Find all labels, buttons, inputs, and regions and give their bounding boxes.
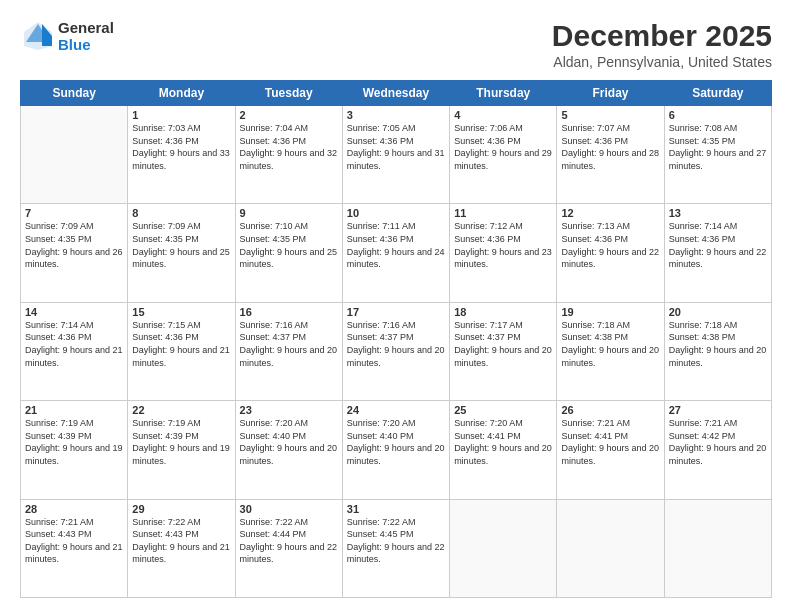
calendar-cell: 13Sunrise: 7:14 AMSunset: 4:36 PMDayligh… xyxy=(664,204,771,302)
logo: General Blue xyxy=(20,18,114,54)
day-number: 12 xyxy=(561,207,659,219)
day-info: Sunrise: 7:09 AMSunset: 4:35 PMDaylight:… xyxy=(132,220,230,270)
day-number: 5 xyxy=(561,109,659,121)
day-number: 8 xyxy=(132,207,230,219)
day-number: 28 xyxy=(25,503,123,515)
day-info: Sunrise: 7:04 AMSunset: 4:36 PMDaylight:… xyxy=(240,122,338,172)
day-info: Sunrise: 7:16 AMSunset: 4:37 PMDaylight:… xyxy=(347,319,445,369)
calendar-cell: 11Sunrise: 7:12 AMSunset: 4:36 PMDayligh… xyxy=(450,204,557,302)
day-info: Sunrise: 7:13 AMSunset: 4:36 PMDaylight:… xyxy=(561,220,659,270)
calendar-cell: 27Sunrise: 7:21 AMSunset: 4:42 PMDayligh… xyxy=(664,401,771,499)
logo-blue: Blue xyxy=(58,36,114,53)
calendar-cell: 3Sunrise: 7:05 AMSunset: 4:36 PMDaylight… xyxy=(342,106,449,204)
calendar-cell: 23Sunrise: 7:20 AMSunset: 4:40 PMDayligh… xyxy=(235,401,342,499)
calendar-cell: 2Sunrise: 7:04 AMSunset: 4:36 PMDaylight… xyxy=(235,106,342,204)
day-number: 29 xyxy=(132,503,230,515)
day-info: Sunrise: 7:22 AMSunset: 4:43 PMDaylight:… xyxy=(132,516,230,566)
day-number: 20 xyxy=(669,306,767,318)
calendar-cell: 12Sunrise: 7:13 AMSunset: 4:36 PMDayligh… xyxy=(557,204,664,302)
subtitle: Aldan, Pennsylvania, United States xyxy=(552,54,772,70)
page: General Blue December 2025 Aldan, Pennsy… xyxy=(0,0,792,612)
logo-text: General Blue xyxy=(58,19,114,53)
day-info: Sunrise: 7:18 AMSunset: 4:38 PMDaylight:… xyxy=(561,319,659,369)
day-info: Sunrise: 7:21 AMSunset: 4:43 PMDaylight:… xyxy=(25,516,123,566)
day-info: Sunrise: 7:16 AMSunset: 4:37 PMDaylight:… xyxy=(240,319,338,369)
day-info: Sunrise: 7:21 AMSunset: 4:41 PMDaylight:… xyxy=(561,417,659,467)
calendar-cell: 26Sunrise: 7:21 AMSunset: 4:41 PMDayligh… xyxy=(557,401,664,499)
calendar-cell: 7Sunrise: 7:09 AMSunset: 4:35 PMDaylight… xyxy=(21,204,128,302)
calendar-cell: 15Sunrise: 7:15 AMSunset: 4:36 PMDayligh… xyxy=(128,302,235,400)
day-number: 27 xyxy=(669,404,767,416)
day-number: 7 xyxy=(25,207,123,219)
calendar-cell: 24Sunrise: 7:20 AMSunset: 4:40 PMDayligh… xyxy=(342,401,449,499)
calendar-cell xyxy=(450,499,557,597)
calendar-header-wednesday: Wednesday xyxy=(342,81,449,106)
logo-general: General xyxy=(58,19,114,36)
calendar-cell: 20Sunrise: 7:18 AMSunset: 4:38 PMDayligh… xyxy=(664,302,771,400)
day-info: Sunrise: 7:18 AMSunset: 4:38 PMDaylight:… xyxy=(669,319,767,369)
day-number: 11 xyxy=(454,207,552,219)
day-info: Sunrise: 7:20 AMSunset: 4:40 PMDaylight:… xyxy=(240,417,338,467)
calendar-cell: 29Sunrise: 7:22 AMSunset: 4:43 PMDayligh… xyxy=(128,499,235,597)
calendar-header-tuesday: Tuesday xyxy=(235,81,342,106)
calendar-cell: 31Sunrise: 7:22 AMSunset: 4:45 PMDayligh… xyxy=(342,499,449,597)
day-number: 24 xyxy=(347,404,445,416)
calendar-header-row: SundayMondayTuesdayWednesdayThursdayFrid… xyxy=(21,81,772,106)
calendar-cell: 21Sunrise: 7:19 AMSunset: 4:39 PMDayligh… xyxy=(21,401,128,499)
day-number: 4 xyxy=(454,109,552,121)
calendar-cell: 14Sunrise: 7:14 AMSunset: 4:36 PMDayligh… xyxy=(21,302,128,400)
day-number: 17 xyxy=(347,306,445,318)
main-title: December 2025 xyxy=(552,18,772,54)
calendar-cell: 9Sunrise: 7:10 AMSunset: 4:35 PMDaylight… xyxy=(235,204,342,302)
day-number: 6 xyxy=(669,109,767,121)
calendar-cell xyxy=(664,499,771,597)
calendar-cell: 22Sunrise: 7:19 AMSunset: 4:39 PMDayligh… xyxy=(128,401,235,499)
calendar-week-0: 1Sunrise: 7:03 AMSunset: 4:36 PMDaylight… xyxy=(21,106,772,204)
day-info: Sunrise: 7:14 AMSunset: 4:36 PMDaylight:… xyxy=(669,220,767,270)
calendar-week-3: 21Sunrise: 7:19 AMSunset: 4:39 PMDayligh… xyxy=(21,401,772,499)
day-number: 14 xyxy=(25,306,123,318)
day-number: 10 xyxy=(347,207,445,219)
calendar-table: SundayMondayTuesdayWednesdayThursdayFrid… xyxy=(20,80,772,598)
day-info: Sunrise: 7:22 AMSunset: 4:44 PMDaylight:… xyxy=(240,516,338,566)
day-number: 18 xyxy=(454,306,552,318)
calendar-week-2: 14Sunrise: 7:14 AMSunset: 4:36 PMDayligh… xyxy=(21,302,772,400)
calendar-week-4: 28Sunrise: 7:21 AMSunset: 4:43 PMDayligh… xyxy=(21,499,772,597)
calendar-cell: 18Sunrise: 7:17 AMSunset: 4:37 PMDayligh… xyxy=(450,302,557,400)
day-number: 1 xyxy=(132,109,230,121)
day-number: 23 xyxy=(240,404,338,416)
day-number: 13 xyxy=(669,207,767,219)
day-number: 3 xyxy=(347,109,445,121)
day-info: Sunrise: 7:07 AMSunset: 4:36 PMDaylight:… xyxy=(561,122,659,172)
day-info: Sunrise: 7:20 AMSunset: 4:40 PMDaylight:… xyxy=(347,417,445,467)
calendar-cell: 4Sunrise: 7:06 AMSunset: 4:36 PMDaylight… xyxy=(450,106,557,204)
day-number: 2 xyxy=(240,109,338,121)
day-info: Sunrise: 7:19 AMSunset: 4:39 PMDaylight:… xyxy=(132,417,230,467)
calendar-cell: 17Sunrise: 7:16 AMSunset: 4:37 PMDayligh… xyxy=(342,302,449,400)
day-number: 21 xyxy=(25,404,123,416)
day-number: 16 xyxy=(240,306,338,318)
day-number: 22 xyxy=(132,404,230,416)
calendar-cell: 6Sunrise: 7:08 AMSunset: 4:35 PMDaylight… xyxy=(664,106,771,204)
calendar-cell: 30Sunrise: 7:22 AMSunset: 4:44 PMDayligh… xyxy=(235,499,342,597)
calendar-header-saturday: Saturday xyxy=(664,81,771,106)
calendar-cell: 19Sunrise: 7:18 AMSunset: 4:38 PMDayligh… xyxy=(557,302,664,400)
header: General Blue December 2025 Aldan, Pennsy… xyxy=(20,18,772,70)
day-info: Sunrise: 7:10 AMSunset: 4:35 PMDaylight:… xyxy=(240,220,338,270)
calendar-cell: 25Sunrise: 7:20 AMSunset: 4:41 PMDayligh… xyxy=(450,401,557,499)
calendar-header-monday: Monday xyxy=(128,81,235,106)
day-number: 15 xyxy=(132,306,230,318)
calendar-week-1: 7Sunrise: 7:09 AMSunset: 4:35 PMDaylight… xyxy=(21,204,772,302)
calendar-cell xyxy=(557,499,664,597)
day-info: Sunrise: 7:22 AMSunset: 4:45 PMDaylight:… xyxy=(347,516,445,566)
calendar-cell: 1Sunrise: 7:03 AMSunset: 4:36 PMDaylight… xyxy=(128,106,235,204)
calendar-cell: 8Sunrise: 7:09 AMSunset: 4:35 PMDaylight… xyxy=(128,204,235,302)
day-number: 31 xyxy=(347,503,445,515)
calendar-cell: 5Sunrise: 7:07 AMSunset: 4:36 PMDaylight… xyxy=(557,106,664,204)
day-info: Sunrise: 7:08 AMSunset: 4:35 PMDaylight:… xyxy=(669,122,767,172)
calendar-cell: 28Sunrise: 7:21 AMSunset: 4:43 PMDayligh… xyxy=(21,499,128,597)
calendar-cell: 10Sunrise: 7:11 AMSunset: 4:36 PMDayligh… xyxy=(342,204,449,302)
calendar-header-friday: Friday xyxy=(557,81,664,106)
day-info: Sunrise: 7:03 AMSunset: 4:36 PMDaylight:… xyxy=(132,122,230,172)
day-info: Sunrise: 7:20 AMSunset: 4:41 PMDaylight:… xyxy=(454,417,552,467)
